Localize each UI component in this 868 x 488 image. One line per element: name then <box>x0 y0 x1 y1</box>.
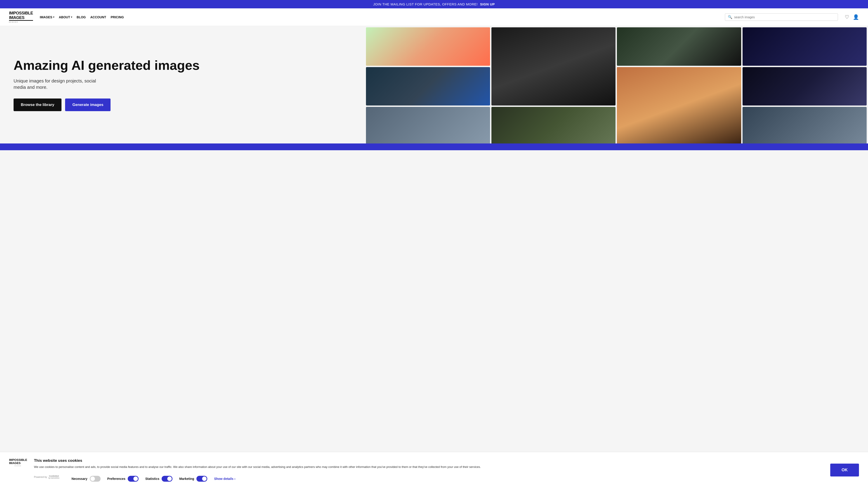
generate-images-button[interactable]: Generate images <box>65 98 111 111</box>
search-input[interactable] <box>734 15 835 19</box>
logo-line1: IMPOSSIBLE <box>9 11 33 15</box>
browse-library-button[interactable]: Browse the library <box>13 98 61 111</box>
hero-left: Amazing AI generated images Unique image… <box>0 45 365 125</box>
banner-signup[interactable]: SIGN UP <box>480 2 495 6</box>
hero-image-2 <box>491 27 616 105</box>
hero-image-7 <box>743 67 867 105</box>
hero-buttons: Browse the library Generate images <box>13 98 351 111</box>
nav-about[interactable]: ABOUT ▾ <box>59 15 72 19</box>
banner-text: JOIN THE MAILING LIST FOR UPDATES, OFFER… <box>373 2 477 6</box>
top-banner: JOIN THE MAILING LIST FOR UPDATES, OFFER… <box>0 0 868 8</box>
hero-image-4 <box>743 27 867 66</box>
image-grid <box>365 26 868 143</box>
nav-blog[interactable]: BLOG <box>76 15 86 19</box>
nav-account[interactable]: ACCOUNT <box>90 15 106 19</box>
nav-images[interactable]: IMAGES ▾ <box>40 15 54 19</box>
chevron-down-icon: ▾ <box>53 16 54 18</box>
hero-image-1 <box>366 27 490 66</box>
nav-pricing[interactable]: PRICING <box>111 15 124 19</box>
favorites-icon[interactable]: ♡ <box>845 14 849 20</box>
logo-line2: IMAGES <box>9 15 33 21</box>
nav-icons: ♡ 👤 <box>845 14 859 20</box>
hero-image-3 <box>617 27 741 66</box>
blue-strip <box>0 143 868 150</box>
hero-section: Amazing AI generated images Unique image… <box>0 26 868 143</box>
hero-image-5 <box>366 67 490 105</box>
hero-right <box>365 26 868 143</box>
hero-title: Amazing AI generated images <box>13 59 351 72</box>
hero-image-8 <box>366 107 490 143</box>
chevron-down-icon: ▾ <box>71 16 72 18</box>
logo: IMPOSSIBLE IMAGES ▪▪▪▪▪▪ <box>9 11 33 23</box>
search-area[interactable]: 🔍 <box>725 13 838 21</box>
navbar: IMPOSSIBLE IMAGES ▪▪▪▪▪▪ IMAGES ▾ ABOUT … <box>0 8 868 26</box>
hero-subtitle: Unique images for design projects, socia… <box>13 78 108 90</box>
account-icon[interactable]: 👤 <box>853 14 859 20</box>
hero-image-11 <box>743 107 867 143</box>
nav-links: IMAGES ▾ ABOUT ▾ BLOG ACCOUNT PRICING <box>40 15 718 19</box>
search-icon: 🔍 <box>728 15 733 19</box>
hero-image-10 <box>617 67 741 143</box>
hero-image-9 <box>491 107 616 143</box>
